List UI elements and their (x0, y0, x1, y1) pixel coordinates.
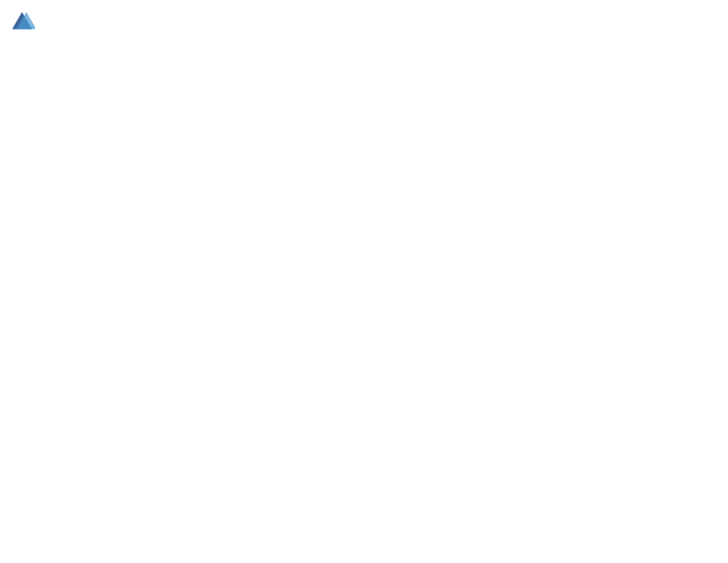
logo-icon (9, 9, 35, 35)
logo (9, 9, 39, 35)
page-header (9, 9, 719, 35)
